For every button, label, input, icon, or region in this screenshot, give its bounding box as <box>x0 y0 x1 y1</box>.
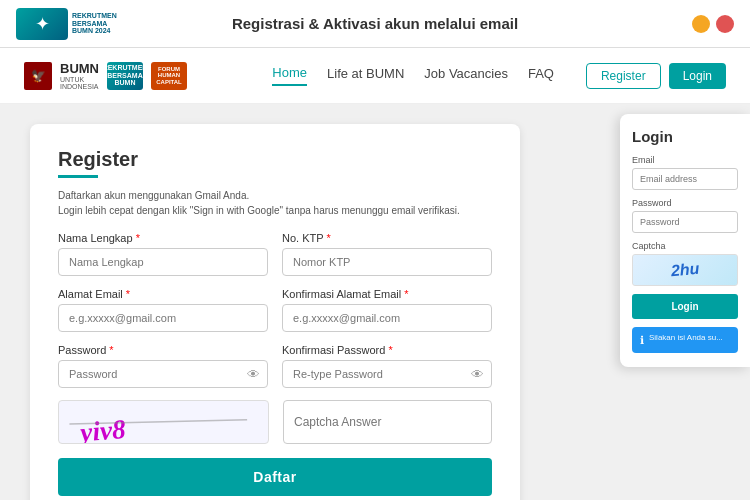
login-email-label: Email <box>632 155 738 165</box>
form-row-2: Alamat Email * Konfirmasi Alamat Email * <box>58 288 492 332</box>
nama-lengkap-input[interactable] <box>58 248 268 276</box>
garuda-logo: 🦅 <box>24 62 52 90</box>
password-group: Password * 👁 <box>58 344 268 388</box>
nama-lengkap-group: Nama Lengkap * <box>58 232 268 276</box>
nav-jobs[interactable]: Job Vacancies <box>424 66 508 85</box>
toast-info-icon: ℹ <box>640 333 644 347</box>
captcha-row <box>58 400 492 444</box>
register-divider <box>58 175 98 178</box>
konfirmasi-password-input[interactable] <box>282 360 492 388</box>
login-password-label: Password <box>632 198 738 208</box>
password-wrap: 👁 <box>58 360 268 388</box>
window-controls <box>692 15 734 33</box>
form-row-1: Nama Lengkap * No. KTP * <box>58 232 492 276</box>
nav-logos: 🦅 BUMN UNTUKINDONESIA REKRUTMENBERSAMABU… <box>24 61 256 90</box>
register-button[interactable]: Register <box>586 63 661 89</box>
login-nav-button[interactable]: Login <box>669 63 726 89</box>
login-card-title: Login <box>632 128 738 145</box>
email-group: Alamat Email * <box>58 288 268 332</box>
captcha-image <box>58 400 269 444</box>
captcha-answer-input[interactable] <box>283 400 492 444</box>
forum-logo: FORUMHUMANCAPITAL <box>151 62 187 90</box>
logo-text: REKRUTMENBERSAMABUMN 2024 <box>72 12 117 35</box>
no-ktp-group: No. KTP * <box>282 232 492 276</box>
form-row-3: Password * 👁 Konfirmasi Password * 👁 <box>58 344 492 388</box>
nav-home[interactable]: Home <box>272 65 307 86</box>
konfirmasi-password-group: Konfirmasi Password * 👁 <box>282 344 492 388</box>
login-card: Login Email Password Captcha 2hu Login ℹ… <box>620 114 750 367</box>
nav-links: Home Life at BUMN Job Vacancies FAQ <box>272 65 554 86</box>
konfirmasi-password-wrap: 👁 <box>282 360 492 388</box>
password-input[interactable] <box>58 360 268 388</box>
register-desc: Daftarkan akun menggunakan Gmail Anda. L… <box>58 188 492 218</box>
login-captcha-label: Captcha <box>632 241 738 251</box>
app-logo: ✦ REKRUTMENBERSAMABUMN 2024 <box>16 8 117 40</box>
main-content: Register Daftarkan akun menggunakan Gmai… <box>0 104 750 500</box>
bumn-text: BUMN <box>60 61 99 76</box>
login-captcha-image: 2hu <box>632 254 738 286</box>
minimize-button[interactable] <box>692 15 710 33</box>
password-label: Password * <box>58 344 268 356</box>
register-card: Register Daftarkan akun menggunakan Gmai… <box>30 124 520 500</box>
captcha-answer-group <box>283 400 492 444</box>
login-card-button[interactable]: Login <box>632 294 738 319</box>
konfirmasi-password-label: Konfirmasi Password * <box>282 344 492 356</box>
navbar: 🦅 BUMN UNTUKINDONESIA REKRUTMENBERSAMABU… <box>0 48 750 104</box>
password-eye-icon[interactable]: 👁 <box>247 367 260 382</box>
window-title: Registrasi & Aktivasi akun melalui email <box>232 15 518 32</box>
konfirmasi-password-eye-icon[interactable]: 👁 <box>471 367 484 382</box>
no-ktp-label: No. KTP * <box>282 232 492 244</box>
no-ktp-input[interactable] <box>282 248 492 276</box>
logo-box: ✦ <box>16 8 68 40</box>
konfirmasi-email-label: Konfirmasi Alamat Email * <box>282 288 492 300</box>
konfirmasi-email-group: Konfirmasi Alamat Email * <box>282 288 492 332</box>
login-email-input[interactable] <box>632 168 738 190</box>
nama-lengkap-label: Nama Lengkap * <box>58 232 268 244</box>
title-bar: ✦ REKRUTMENBERSAMABUMN 2024 Registrasi &… <box>0 0 750 48</box>
register-title: Register <box>58 148 492 171</box>
garuda-icon: 🦅 <box>24 62 52 90</box>
daftar-button[interactable]: Daftar <box>58 458 492 496</box>
email-label: Alamat Email * <box>58 288 268 300</box>
konfirmasi-email-input[interactable] <box>282 304 492 332</box>
bumn-logo: BUMN UNTUKINDONESIA <box>60 61 99 90</box>
email-input[interactable] <box>58 304 268 332</box>
close-button[interactable] <box>716 15 734 33</box>
logo-star-icon: ✦ <box>35 13 50 35</box>
nav-actions: Register Login <box>586 63 726 89</box>
nav-faq[interactable]: FAQ <box>528 66 554 85</box>
login-password-input[interactable] <box>632 211 738 233</box>
toast-notification: ℹ Silakan isi Anda su... <box>632 327 738 353</box>
nav-life[interactable]: Life at BUMN <box>327 66 404 85</box>
rekrutmen-logo: REKRUTMENBERSAMABUMN <box>107 62 143 90</box>
bumn-subtext: UNTUKINDONESIA <box>60 76 99 90</box>
